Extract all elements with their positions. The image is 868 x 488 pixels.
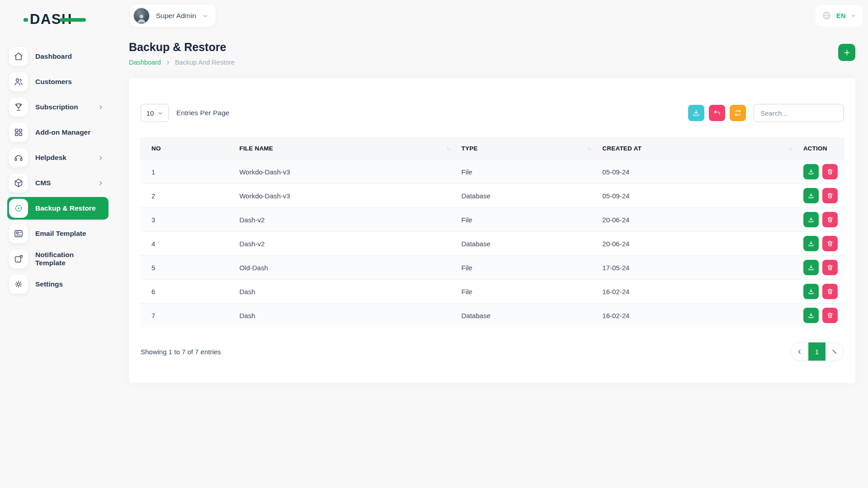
row-delete-button[interactable]: [822, 236, 838, 251]
table-row: 7DashDatabase16-02-24: [140, 304, 844, 328]
pagination-page-1[interactable]: 1: [808, 343, 826, 361]
column-header-created-at[interactable]: CREATED AT↑↓: [598, 137, 798, 160]
column-header-action: ACTION: [799, 137, 844, 160]
cell-no: 7: [140, 304, 235, 328]
cell-no: 6: [140, 280, 235, 304]
sidebar-item-backup-restore[interactable]: Backup & Restore: [7, 197, 108, 220]
chevron-right-icon: [97, 104, 104, 111]
undo-button[interactable]: [709, 105, 725, 121]
sidebar-item-label: Email Template: [35, 230, 86, 238]
search-input[interactable]: [754, 104, 844, 122]
download-icon: [807, 192, 815, 199]
row-delete-button[interactable]: [822, 188, 838, 203]
column-header-type[interactable]: TYPE↑↓: [457, 137, 598, 160]
row-download-button[interactable]: [803, 188, 819, 203]
backup-icon: [9, 199, 28, 218]
sidebar-item-label: CMS: [35, 179, 51, 187]
headset-icon: [9, 148, 28, 167]
download-icon: [807, 288, 815, 295]
chevron-down-icon: [202, 13, 208, 19]
entries-per-page-select[interactable]: 10: [141, 104, 169, 122]
refresh-button[interactable]: [730, 105, 746, 121]
table-row: 3Dash-v2File20-06-24: [140, 208, 844, 232]
cell-type: File: [457, 280, 598, 304]
row-download-button[interactable]: [803, 284, 819, 299]
user-name: Super Admin: [156, 12, 196, 20]
trophy-icon: [9, 98, 28, 117]
box-icon: [9, 174, 28, 192]
globe-icon: [821, 10, 832, 21]
row-delete-button[interactable]: [822, 308, 838, 323]
sidebar-item-label: Settings: [35, 280, 63, 288]
sort-icon[interactable]: ↑↓: [447, 146, 450, 151]
language-selector[interactable]: EN: [816, 5, 862, 26]
row-delete-button[interactable]: [822, 260, 838, 275]
row-delete-button[interactable]: [822, 164, 838, 179]
logo-accent-bar: [60, 18, 86, 22]
chevron-down-icon: [157, 110, 163, 116]
row-download-button[interactable]: [803, 260, 819, 275]
pagination-prev-button[interactable]: [791, 343, 808, 361]
sidebar-item-add-on-manager[interactable]: Add-on Manager: [7, 121, 108, 144]
sidebar-item-cms[interactable]: CMS: [7, 172, 108, 194]
cell-created-at: 20-06-24: [598, 232, 798, 256]
logo-accent-dot: [24, 18, 28, 22]
sidebar-item-settings[interactable]: Settings: [7, 273, 108, 296]
sidebar-item-label: Backup & Restore: [35, 204, 96, 212]
pagination-next-button[interactable]: [826, 343, 843, 361]
cell-no: 5: [140, 256, 235, 280]
breadcrumb-dashboard-link[interactable]: Dashboard: [129, 59, 161, 66]
sidebar-item-label: Dashboard: [35, 52, 72, 61]
trash-icon: [826, 216, 834, 223]
column-header-file-name[interactable]: FILE NAME↑↓: [235, 137, 457, 160]
toolbar-actions: [688, 104, 844, 122]
cell-file-name: Workdo-Dash-v3: [235, 184, 457, 208]
cell-type: File: [457, 208, 598, 232]
cell-created-at: 16-02-24: [598, 304, 798, 328]
table-row: 5Old-DashFile17-05-24: [140, 256, 844, 280]
page-title: Backup & Restore: [129, 41, 235, 54]
sidebar-item-label: Add-on Manager: [35, 128, 90, 136]
sidebar-item-customers[interactable]: Customers: [7, 70, 108, 93]
row-download-button[interactable]: [803, 212, 819, 227]
main-content: Backup & Restore Dashboard Backup And Re…: [116, 32, 868, 383]
table-row: 4Dash-v2Database20-06-24: [140, 232, 844, 256]
undo-icon: [713, 109, 721, 117]
table-row: 6DashFile16-02-24: [140, 280, 844, 304]
entries-summary: Showing 1 to 7 of 7 entries: [141, 348, 221, 356]
plus-icon: [843, 48, 851, 57]
cell-file-name: Dash-v2: [235, 208, 457, 232]
app-logo[interactable]: DASH: [30, 12, 93, 27]
cell-created-at: 20-06-24: [598, 208, 798, 232]
sidebar-item-dashboard[interactable]: Dashboard: [7, 45, 108, 68]
breadcrumb-current: Backup And Restore: [175, 59, 235, 66]
sidebar-item-notification-template[interactable]: Notification Template: [7, 248, 108, 270]
sidebar: DASH DashboardCustomersSubscriptionAdd-o…: [0, 0, 116, 488]
download-button[interactable]: [688, 105, 704, 121]
sidebar-item-helpdesk[interactable]: Helpdesk: [7, 146, 108, 169]
backup-table: NOFILE NAME↑↓TYPE↑↓CREATED AT↑↓ACTION 1W…: [140, 137, 844, 327]
chevron-right-icon: [97, 180, 104, 187]
cell-created-at: 05-09-24: [598, 184, 798, 208]
download-icon: [807, 312, 815, 319]
row-delete-button[interactable]: [822, 212, 838, 227]
user-menu[interactable]: Super Admin: [130, 5, 216, 27]
cell-file-name: Dash-v2: [235, 232, 457, 256]
sort-icon[interactable]: ↑↓: [788, 146, 792, 151]
add-backup-button[interactable]: [838, 44, 855, 61]
row-download-button[interactable]: [803, 308, 819, 323]
sort-icon[interactable]: ↑↓: [587, 146, 590, 151]
sidebar-item-email-template[interactable]: Email Template: [7, 222, 108, 245]
sidebar-item-label: Customers: [35, 78, 72, 86]
sidebar-item-subscription[interactable]: Subscription: [7, 96, 108, 118]
row-delete-button[interactable]: [822, 284, 838, 299]
pagination: 1: [790, 342, 844, 361]
row-download-button[interactable]: [803, 236, 819, 251]
trash-icon: [826, 288, 834, 295]
table-row: 1Workdo-Dash-v3File05-09-24: [140, 160, 844, 184]
sidebar-item-label: Subscription: [35, 103, 78, 111]
download-icon: [692, 109, 700, 117]
topbar: Super Admin EN: [116, 0, 868, 32]
chevron-right-icon: [165, 60, 171, 66]
row-download-button[interactable]: [803, 164, 819, 179]
